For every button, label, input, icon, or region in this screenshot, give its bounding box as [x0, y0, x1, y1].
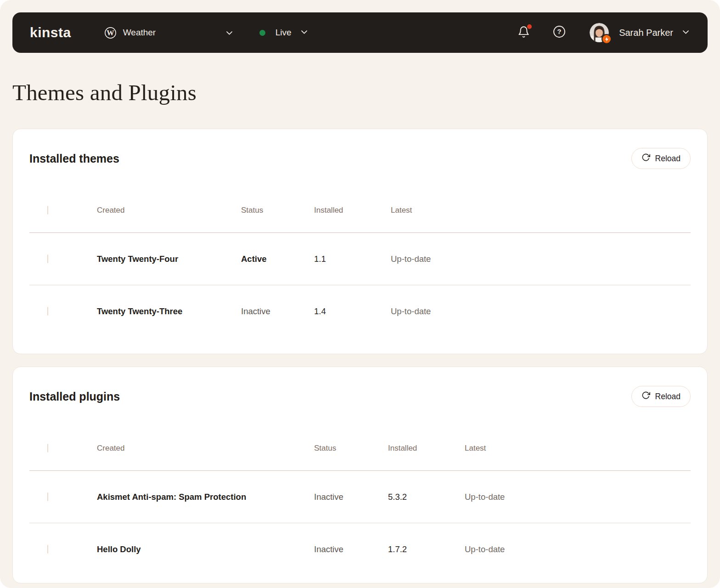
themes-card-header: Installed themes Reload: [29, 147, 691, 170]
theme-status: Inactive: [241, 306, 314, 317]
column-header-created: Created: [97, 206, 241, 215]
chevron-down-icon: [225, 28, 234, 37]
themes-table: Created Status Installed Latest Twenty T…: [29, 188, 691, 338]
plugin-latest: Up-to-date: [465, 492, 691, 502]
reload-icon: [641, 153, 650, 164]
plugin-name: Akismet Anti-spam: Spam Protection: [97, 492, 314, 502]
user-menu[interactable]: Sarah Parker: [590, 23, 690, 42]
environment-selector-dropdown[interactable]: Live: [259, 28, 309, 38]
column-header-latest: Latest: [391, 206, 691, 215]
column-header-status: Status: [241, 206, 314, 215]
plugins-table: Created Status Installed Latest Akismet …: [29, 426, 691, 576]
theme-latest: Up-to-date: [391, 306, 691, 317]
kinsta-logo[interactable]: kinsta: [30, 25, 71, 40]
plugin-status: Inactive: [314, 492, 388, 502]
theme-status: Active: [241, 254, 314, 264]
svg-text:W: W: [107, 28, 114, 37]
plugin-latest: Up-to-date: [465, 544, 691, 554]
notifications-button[interactable]: [518, 26, 530, 40]
plugin-installed: 5.3.2: [388, 492, 465, 502]
select-row-checkbox[interactable]: [47, 492, 48, 501]
themes-table-header: Created Status Installed Latest: [29, 188, 691, 233]
reload-button-label: Reload: [655, 154, 681, 164]
select-all-checkbox[interactable]: [47, 444, 48, 452]
select-all-checkbox[interactable]: [47, 206, 48, 215]
svg-text:?: ?: [557, 28, 562, 35]
help-button[interactable]: ?: [553, 25, 566, 40]
column-header-installed: Installed: [314, 206, 391, 215]
plugins-table-header: Created Status Installed Latest: [29, 426, 691, 471]
themes-reload-button[interactable]: Reload: [631, 148, 691, 169]
column-header-created: Created: [97, 444, 314, 453]
installed-plugins-card: Installed plugins Reload Created Status …: [12, 367, 708, 583]
plugins-reload-button[interactable]: Reload: [631, 386, 691, 407]
column-header-latest: Latest: [465, 444, 691, 453]
page-title: Themes and Plugins: [12, 79, 708, 106]
table-row: Twenty Twenty-Four Active 1.1 Up-to-date: [29, 233, 691, 285]
table-row: Akismet Anti-spam: Spam Protection Inact…: [29, 471, 691, 523]
themes-card-title: Installed themes: [29, 152, 119, 165]
wordpress-icon: W: [104, 27, 117, 39]
plugin-status: Inactive: [314, 544, 388, 554]
site-selector-dropdown[interactable]: W Weather: [104, 27, 234, 39]
environment-selector-label: Live: [276, 28, 292, 38]
theme-installed: 1.4: [314, 306, 391, 317]
chevron-down-icon: [300, 28, 309, 38]
reload-button-label: Reload: [655, 392, 681, 401]
lightning-badge-icon: [602, 34, 612, 44]
page: kinsta W Weather Live: [0, 0, 720, 588]
theme-installed: 1.1: [314, 254, 391, 264]
select-row-checkbox[interactable]: [47, 545, 48, 554]
plugin-installed: 1.7.2: [388, 544, 465, 554]
site-selector-label: Weather: [123, 28, 156, 38]
reload-icon: [641, 391, 650, 402]
plugins-card-title: Installed plugins: [29, 390, 120, 403]
theme-name: Twenty Twenty-Four: [97, 254, 241, 264]
live-status-dot: [259, 30, 265, 36]
chevron-down-icon: [681, 28, 690, 38]
theme-name: Twenty Twenty-Three: [97, 306, 241, 317]
help-icon: ?: [553, 25, 566, 40]
theme-latest: Up-to-date: [391, 254, 691, 264]
plugin-name: Hello Dolly: [97, 544, 314, 554]
select-row-checkbox[interactable]: [47, 307, 48, 316]
column-header-status: Status: [314, 444, 388, 453]
user-name: Sarah Parker: [619, 28, 673, 38]
notification-badge: [527, 24, 532, 29]
top-navbar: kinsta W Weather Live: [12, 12, 708, 53]
navbar-actions: ?: [518, 23, 690, 42]
plugins-card-header: Installed plugins Reload: [29, 385, 691, 407]
column-header-installed: Installed: [388, 444, 465, 453]
select-row-checkbox[interactable]: [47, 254, 48, 263]
table-row: Twenty Twenty-Three Inactive 1.4 Up-to-d…: [29, 285, 691, 338]
table-row: Hello Dolly Inactive 1.7.2 Up-to-date: [29, 523, 691, 576]
installed-themes-card: Installed themes Reload Created Status I…: [12, 129, 708, 354]
avatar: [590, 23, 609, 42]
